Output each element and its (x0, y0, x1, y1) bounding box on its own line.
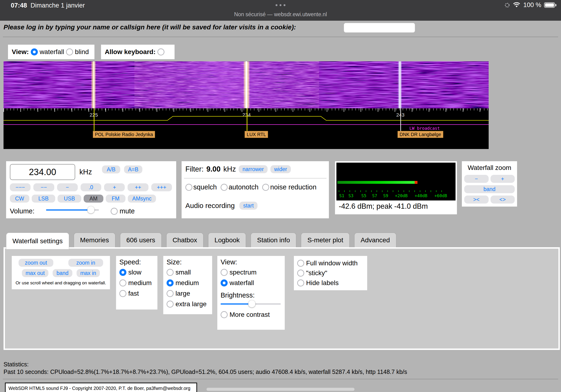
view-blind-radio[interactable] (66, 48, 73, 55)
zoom-controls-box: zoom out zoom in max out band max in Or … (12, 256, 110, 289)
wf-zoom-out-button[interactable]: − (464, 175, 489, 183)
tab-dots-icon[interactable] (276, 4, 285, 6)
speed-box: Speed: slow medium fast (116, 256, 157, 309)
station-label[interactable]: DNK DR Langbølge (398, 131, 443, 138)
mode-cw-button[interactable]: CW (10, 195, 29, 203)
squelch-checkbox[interactable] (185, 184, 192, 191)
frequency-scale[interactable]: 225 234 243 LW broadcast POL Polskie Rad… (3, 108, 489, 149)
full-window-width-checkbox[interactable] (297, 260, 304, 267)
view-spectrum-radio[interactable] (221, 269, 228, 276)
speed-medium-radio[interactable] (119, 279, 126, 286)
speed-slow-radio[interactable] (119, 269, 126, 276)
view-settings-title: View: (221, 258, 281, 266)
wf-zoom-in-button[interactable]: + (491, 175, 515, 183)
mode-usb-button[interactable]: USB (58, 195, 81, 203)
mode-amsync-button[interactable]: AMsync (128, 195, 156, 203)
copyright-box: WebSDR HTML5 sound FJ9 - Copyright 2007-… (5, 383, 197, 392)
smeter-scale-label: +20dB (395, 193, 408, 198)
round-freq-button[interactable]: .0 (81, 183, 101, 191)
more-contrast-label: More contrast (229, 311, 270, 318)
station-marker-line (94, 108, 95, 131)
spectrogram[interactable] (3, 61, 489, 108)
mute-label: mute (119, 207, 135, 215)
zoom-in-button[interactable]: zoom in (68, 259, 103, 267)
smeter-scale-label: +40dB (415, 193, 427, 198)
band-marker-line (3, 124, 489, 125)
tab-smeter-plot[interactable]: S-meter plot (301, 233, 350, 247)
view-waterfall-radio[interactable] (31, 48, 38, 55)
noise-reduction-label: noise reduction (270, 183, 316, 191)
smeter-scale-label: S7 (372, 193, 377, 198)
size-extra-large-radio[interactable] (167, 301, 174, 308)
step-up-2-button[interactable]: ++ (128, 183, 148, 191)
statistics-title: Statistics: (3, 361, 29, 368)
step-up-3-button[interactable]: +++ (151, 183, 172, 191)
band-label: LW broadcast (409, 126, 440, 131)
filter-label: Filter: (185, 165, 204, 174)
more-contrast-checkbox[interactable] (221, 311, 228, 318)
zoom-out-button[interactable]: zoom out (19, 259, 53, 267)
view-waterfall2-radio[interactable] (221, 279, 228, 286)
station-marker-line (247, 108, 247, 131)
tab-memories[interactable]: Memories (74, 233, 115, 247)
wider-button[interactable]: wider (270, 165, 291, 173)
mode-am-button[interactable]: AM (84, 195, 103, 203)
tab-users[interactable]: 606 users (120, 233, 162, 247)
size-extra-large-label: extra large (175, 300, 206, 308)
size-small-radio[interactable] (167, 269, 174, 276)
station-label[interactable]: POL Polskie Radio Jedynka (93, 131, 155, 138)
tab-logbook[interactable]: Logbook (208, 233, 246, 247)
max-in-button[interactable]: max in (76, 269, 100, 277)
full-window-width-label: Full window width (306, 260, 357, 267)
tab-chatbox[interactable]: Chatbox (166, 233, 204, 247)
callsign-input[interactable] (344, 22, 415, 33)
mute-checkbox[interactable] (111, 208, 118, 215)
wf-expand-button[interactable]: <> (491, 196, 515, 204)
tab-advanced[interactable]: Advanced (354, 233, 396, 247)
size-medium-radio[interactable] (167, 279, 174, 286)
signal-reading: -42.6 dBm; peak -41.0 dBm (339, 202, 428, 211)
tab-station-info[interactable]: Station info (251, 233, 296, 247)
passband-indicator[interactable] (3, 115, 489, 121)
smeter-scale-label: S5 (361, 193, 367, 198)
autonotch-checkbox[interactable] (221, 184, 228, 191)
filter-unit: kHz (223, 165, 236, 174)
speed-medium-label: medium (128, 279, 152, 287)
a-equals-b-button[interactable]: A=B (124, 165, 142, 174)
size-large-radio[interactable] (167, 290, 174, 297)
brightness-slider[interactable] (221, 300, 281, 307)
band-button[interactable]: band (53, 269, 72, 277)
step-up-1-button[interactable]: + (104, 183, 125, 191)
volume-slider[interactable] (46, 206, 99, 213)
address-bar[interactable]: Non sécurisé — websdr.ewi.utwente.nl (0, 11, 561, 18)
volume-label: Volume: (10, 207, 34, 215)
wf-shrink-button[interactable]: >< (464, 196, 489, 204)
frequency-input[interactable] (10, 164, 75, 180)
ab-toggle-button[interactable]: A/B (102, 165, 120, 174)
wf-band-button[interactable]: band (464, 185, 515, 193)
brightness-slider-thumb[interactable] (248, 300, 255, 307)
narrower-button[interactable]: narrower (239, 165, 268, 173)
size-title: Size: (167, 258, 209, 266)
tab-waterfall-settings[interactable]: Waterfall settings (6, 233, 69, 249)
mode-fm-button[interactable]: FM (106, 195, 125, 203)
sticky-checkbox[interactable] (297, 270, 304, 277)
size-small-label: small (175, 269, 191, 276)
waterfall-display[interactable]: 225 234 243 LW broadcast POL Polskie Rad… (3, 61, 489, 149)
smeter-scale-label: +60dB (434, 193, 447, 198)
mode-lsb-button[interactable]: LSB (32, 195, 55, 203)
step-down-2-button[interactable]: −− (33, 183, 54, 191)
step-down-3-button[interactable]: −−− (10, 183, 31, 191)
allow-keyboard-checkbox[interactable] (157, 48, 164, 55)
station-label[interactable]: LUX RTL (245, 131, 268, 138)
start-recording-button[interactable]: start (239, 202, 258, 210)
view-settings-box: View: spectrum waterfall Brightness: Mor… (217, 256, 285, 330)
speed-fast-radio[interactable] (119, 290, 126, 297)
max-out-button[interactable]: max out (22, 269, 49, 277)
view-spectrum-label: spectrum (229, 269, 257, 276)
volume-slider-thumb[interactable] (87, 206, 95, 213)
noise-reduction-checkbox[interactable] (262, 184, 269, 191)
home-indicator[interactable] (206, 388, 355, 391)
step-down-1-button[interactable]: − (57, 183, 78, 191)
hide-labels-checkbox[interactable] (297, 279, 304, 286)
